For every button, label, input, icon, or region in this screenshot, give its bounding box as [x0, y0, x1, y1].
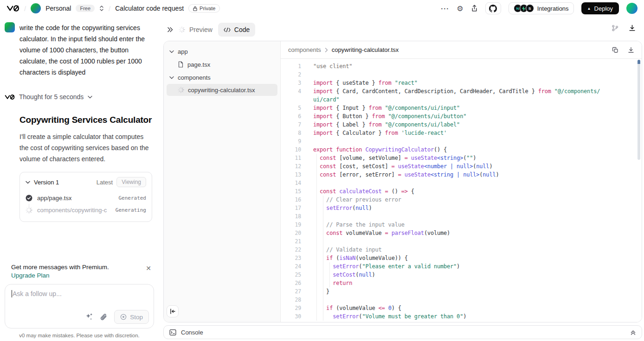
followup-composer[interactable]: Ask a follow up...: [5, 284, 154, 328]
code-line: 5import { Input } from "@/components/ui/…: [281, 104, 642, 112]
code-line: 13 const [error, setError] = useState<st…: [281, 170, 642, 179]
double-chevron-up-icon: [630, 329, 636, 335]
github-button[interactable]: [485, 2, 501, 14]
disclaimer: v0 may make mistakes. Please use with di…: [5, 333, 154, 338]
upgrade-plan-link[interactable]: Upgrade Plan: [11, 272, 50, 279]
tree-item-label: components: [178, 74, 211, 81]
team-avatar[interactable]: [31, 3, 41, 13]
viewing-button[interactable]: Viewing: [116, 177, 146, 187]
workspace-header: Preview Code: [167, 23, 255, 37]
tree-item-page.tsx[interactable]: page.tsx: [164, 58, 280, 71]
code-line: 14: [281, 179, 642, 187]
code-line: 21: [281, 237, 642, 246]
tab-code[interactable]: Code: [218, 23, 255, 37]
tree-item-components[interactable]: components: [164, 71, 280, 84]
code-line: 4import { Card, CardContent, CardDescrip…: [281, 87, 642, 95]
scrollbar-thumb[interactable]: [638, 60, 640, 160]
vercel-triangle-icon: ▲: [587, 6, 591, 11]
thought-row[interactable]: Thought for 5 seconds: [5, 93, 154, 101]
collapse-chat-button[interactable]: [167, 27, 173, 32]
breadcrumb-separator: /: [24, 5, 26, 13]
spinner-icon: [178, 87, 184, 93]
user-avatar[interactable]: [626, 3, 638, 14]
code-editor[interactable]: 1"use client"23import { useState } from …: [281, 59, 642, 322]
code-icon: [224, 27, 231, 32]
code-line: 20 const volumeValue = parseFloat(volume…: [281, 229, 642, 237]
file-status: Generated: [118, 195, 146, 201]
console-bar[interactable]: Console: [163, 325, 642, 339]
code-line: 12 const [cost, setCost] = useState<numb…: [281, 162, 642, 170]
code-line: 17 setError(null): [281, 204, 642, 212]
fork-icon[interactable]: [612, 25, 618, 32]
premium-message: Get more messages with Premium.: [11, 264, 148, 271]
code-line: 8import { Calculator } from 'lucide-reac…: [281, 129, 642, 137]
expand-console-button[interactable]: [630, 329, 636, 335]
tab-preview[interactable]: Preview: [179, 26, 213, 33]
code-line: ui/card": [281, 95, 642, 104]
attachment-icon[interactable]: [100, 313, 107, 321]
collapse-left-icon: [169, 308, 176, 315]
code-line: 9: [281, 137, 642, 145]
chevron-right-icon: [325, 48, 328, 52]
close-icon: ✕: [146, 265, 151, 272]
code-line: 24 setError("Please enter a valid number…: [281, 262, 642, 271]
file-tree: apppage.tsxcomponentscopywriting-calcula…: [164, 41, 281, 322]
code-line: 22 // Validate input: [281, 246, 642, 254]
generating-file-row[interactable]: components/copywriting-c Generating: [26, 204, 146, 216]
share-icon: [471, 5, 478, 12]
share-button[interactable]: [471, 5, 478, 12]
download-icon[interactable]: [629, 25, 636, 32]
tree-item-label: app: [178, 48, 188, 55]
code-line: 2: [281, 70, 642, 79]
more-options-button[interactable]: ···: [441, 5, 449, 13]
code-line: 19 // Parse the input value: [281, 221, 642, 229]
file-name: app/page.tsx: [37, 195, 71, 202]
integrations-button[interactable]: N S Integrations: [509, 2, 574, 14]
indent-guide: [323, 196, 323, 321]
stop-button[interactable]: Stop: [114, 310, 149, 324]
composer-placeholder: Ask a follow up...: [13, 290, 62, 297]
indent-guide: [316, 154, 317, 321]
tree-item-copywriting-calculator.tsx[interactable]: copywriting-calculator.tsx: [167, 84, 277, 96]
breadcrumb-file: copywriting-calculator.tsx: [332, 46, 399, 53]
chevron-down-icon[interactable]: [26, 181, 30, 184]
code-line: 30 setError("Volume must be greater than…: [281, 312, 642, 321]
breadcrumb-separator: /: [109, 5, 110, 13]
version-label: Version 1: [34, 179, 59, 186]
code-column: components copywriting-calculator.tsx 1"…: [281, 41, 642, 322]
close-banner-button[interactable]: ✕: [146, 265, 151, 272]
indent-guide: [329, 262, 330, 287]
ellipsis-icon: ···: [441, 5, 449, 13]
copy-icon[interactable]: [612, 47, 618, 53]
settings-button[interactable]: ⚙: [457, 4, 463, 13]
team-name[interactable]: Personal: [45, 5, 71, 12]
code-line: 15 const calculateCost = () => {: [281, 187, 642, 196]
deploy-button[interactable]: ▲ Deploy: [581, 2, 619, 14]
check-circle-icon: [26, 195, 32, 202]
tree-item-app[interactable]: app: [164, 45, 280, 58]
file-icon: [178, 61, 184, 68]
chat-panel: write the code for the copywriting servi…: [0, 17, 161, 341]
code-line: 25 setCost(null): [281, 271, 642, 279]
workspace-header-actions: [612, 25, 636, 32]
team-switcher-icon[interactable]: [99, 5, 104, 12]
stop-icon: [120, 314, 127, 320]
project-title[interactable]: Calculator code request: [115, 5, 184, 12]
response-description: I'll create a simple calculator that com…: [19, 131, 153, 164]
sparkles-icon[interactable]: [85, 313, 93, 321]
lock-icon: [193, 6, 197, 11]
privacy-badge[interactable]: Private: [188, 4, 220, 13]
chevron-down-icon: [169, 50, 174, 53]
collapse-tree-button[interactable]: [167, 305, 179, 317]
breadcrumb-folder[interactable]: components: [288, 46, 321, 53]
thought-label: Thought for 5 seconds: [19, 93, 84, 101]
v0-logo-small: [5, 94, 15, 100]
user-message-avatar: [5, 22, 15, 32]
download-icon[interactable]: [628, 47, 634, 53]
code-line: 18: [281, 212, 642, 221]
v0-logo[interactable]: [6, 5, 19, 12]
v0-app-window: / Personal Free / Calculator code reques…: [0, 0, 644, 341]
stripe-icon: S: [526, 4, 534, 13]
generated-file-row[interactable]: app/page.tsx Generated: [26, 192, 146, 204]
double-chevron-right-icon: [167, 27, 173, 32]
